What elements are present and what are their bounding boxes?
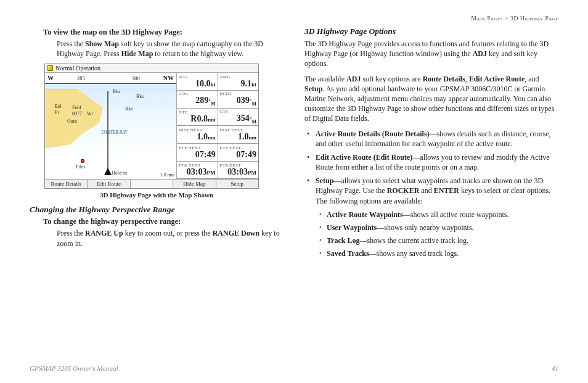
breadcrumb-page: 3D Highway Page xyxy=(510,15,558,22)
map-point: Wt xyxy=(87,111,93,117)
map-scale: 1.0 nm xyxy=(160,172,174,178)
softkey-blank xyxy=(131,179,173,188)
softkey-button[interactable]: Edit Route xyxy=(88,179,130,188)
data-cell: COG289°M xyxy=(177,91,218,109)
map-point: Eel xyxy=(55,104,62,109)
options-para1: The 3D Highway Page provides access to f… xyxy=(304,39,558,69)
compass-tick: 300 xyxy=(132,75,140,81)
footer-manual-title: GPSMAP 3205 Owner's Manual xyxy=(30,364,118,372)
map-point: Outn xyxy=(67,118,77,124)
data-cell: ETE DEST07:49 xyxy=(218,144,259,162)
view-map-body: Press the Show Map soft key to show the … xyxy=(57,39,284,59)
data-cell-value: 10.0kt xyxy=(179,80,216,89)
boat-icon xyxy=(104,168,112,175)
device-titlebar: Normal Operation xyxy=(45,64,258,73)
list-item: Saved Tracks—shows any saved track logs. xyxy=(327,249,558,258)
figure-caption: 3D Highway Page with the Map Shown xyxy=(30,191,284,199)
map-point: 0077 xyxy=(72,111,82,117)
list-item: Edit Active Route (Edit Route)—allows yo… xyxy=(316,152,558,172)
data-cell-value: 354°M xyxy=(220,114,257,125)
device-map-area: W 285 300 NW OYSTER BAY Rks Rks Rks Eel xyxy=(45,73,177,179)
data-cell: DIST NEXT1.0nm xyxy=(177,126,218,144)
list-item: Setup—allows you to select what waypoint… xyxy=(316,176,558,258)
map-point: Hold-in xyxy=(112,170,127,176)
compass-strip: W 285 300 NW xyxy=(45,73,176,84)
data-cell: DIST DEST1.0nm xyxy=(218,126,259,144)
breadcrumb-sep: > xyxy=(505,15,508,22)
map-point: Pt xyxy=(55,110,59,115)
right-column: 3D Highway Page Options The 3D Highway P… xyxy=(304,27,558,263)
options-para2: The available ADJ soft key options are R… xyxy=(304,74,558,124)
compass-tick: 285 xyxy=(77,75,85,81)
device-figure: Normal Operation W 285 300 NW OYST xyxy=(44,64,259,189)
device-data-column: SOG10.0ktVMG9.1ktCOG289°MDCOG039°MXTER0.… xyxy=(177,73,258,179)
data-cell-value: 289°M xyxy=(179,96,216,107)
options-bullets: Active Route Details (Route Details)—sho… xyxy=(304,129,558,259)
map-point: Piles xyxy=(76,164,86,170)
data-cell-value: 1.0nm xyxy=(220,133,257,142)
data-cell: ETE NEXT07:49 xyxy=(177,144,218,162)
list-item: Active Route Waypoints—shows all active … xyxy=(327,210,558,220)
device-softkey-bar: Route DetailsEdit RouteHide MapSetup xyxy=(45,179,258,188)
map-point: Rks xyxy=(136,94,144,99)
view-map-heading: To view the map on the 3D Highway Page: xyxy=(43,28,284,37)
perspective-subheading: To change the highway perspective range: xyxy=(43,217,284,226)
data-cell: CTS354°M xyxy=(218,109,259,126)
data-cell-value: 1.0nm xyxy=(179,133,216,142)
device-mode-label: Normal Operation xyxy=(55,65,100,72)
data-cell-value: R0.8nm xyxy=(179,115,216,124)
list-item: Active Route Details (Route Details)—sho… xyxy=(316,129,558,149)
map-point: Rks xyxy=(113,89,120,94)
data-cell-value: 07:49 xyxy=(220,150,257,160)
satellite-icon xyxy=(47,65,53,71)
data-cell: ETA NEXT03:03PM xyxy=(177,162,218,179)
list-item: User Waypoints—shows only nearby waypoin… xyxy=(327,223,558,233)
footer-page-number: 41 xyxy=(552,364,558,372)
map-point: Feld xyxy=(72,105,81,110)
data-cell-value: 03:03PM xyxy=(179,168,216,177)
compass-right-dir: NW xyxy=(163,75,174,81)
data-cell: ETA DEST03:03PM xyxy=(218,162,259,179)
options-heading: 3D Highway Page Options xyxy=(304,27,558,36)
waypoint-icon xyxy=(81,159,84,163)
softkey-button[interactable]: Hide Map xyxy=(173,179,216,188)
list-item: Track Log—shows the current active track… xyxy=(327,236,558,245)
softkey-button[interactable]: Route Details xyxy=(45,179,88,188)
left-column: To view the map on the 3D Highway Page: … xyxy=(30,27,284,263)
water-body-label: OYSTER BAY xyxy=(102,130,127,135)
data-cell: XTER0.8nm xyxy=(177,109,218,126)
breadcrumb: Main Pages > 3D Highway Page xyxy=(30,15,558,22)
page-footer: GPSMAP 3205 Owner's Manual 41 xyxy=(30,364,558,372)
softkey-button[interactable]: Setup xyxy=(216,179,258,188)
data-cell-value: 9.1kt xyxy=(220,80,257,89)
data-cell-value: 07:49 xyxy=(179,150,216,160)
setup-sub-bullets: Active Route Waypoints—shows all active … xyxy=(316,210,558,259)
data-cell: SOG10.0kt xyxy=(177,73,218,91)
breadcrumb-section: Main Pages xyxy=(471,15,503,22)
perspective-body: Press the RANGE Up key to zoom out, or p… xyxy=(57,228,284,248)
data-cell-value: 039°M xyxy=(220,96,257,107)
data-cell: VMG9.1kt xyxy=(218,73,259,91)
perspective-heading: Changing the Highway Perspective Range xyxy=(30,205,284,215)
data-cell-value: 03:03PM xyxy=(220,168,257,177)
map-point: Rks xyxy=(125,106,133,112)
compass-left-dir: W xyxy=(47,75,54,81)
data-cell: DCOG039°M xyxy=(218,91,259,109)
